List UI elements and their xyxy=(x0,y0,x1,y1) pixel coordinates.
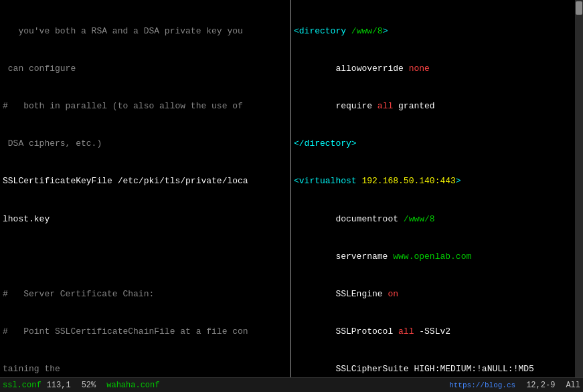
status-filename-right: wahaha.conf xyxy=(106,381,159,390)
line-left-2: can configure xyxy=(0,63,290,76)
rline-3: require all granted xyxy=(291,100,575,113)
line-left-8: # Server Certificate Chain: xyxy=(0,288,290,301)
rline-7: servername www.openlab.com xyxy=(291,251,575,264)
status-right: https://blog.cs 12,2-9 All xyxy=(449,381,580,390)
scrollbar[interactable] xyxy=(575,0,583,377)
left-pane[interactable]: you've both a RSA and a DSA private key … xyxy=(0,0,291,377)
right-code-lines: <directory /www/8> allowoverride none re… xyxy=(291,0,575,377)
rline-4: </directory> xyxy=(291,138,575,151)
right-pane[interactable]: <directory /www/8> allowoverride none re… xyxy=(291,0,575,377)
line-left-1: you've both a RSA and a DSA private key … xyxy=(0,25,290,38)
rline-2: allowoverride none xyxy=(291,63,575,76)
status-left: ssl.conf 113,1 52% wahaha.conf xyxy=(3,381,165,390)
status-all: All xyxy=(566,381,580,390)
line-left-7 xyxy=(0,251,290,264)
rline-1: <directory /www/8> xyxy=(291,25,575,38)
status-position-right: 12,2-9 xyxy=(526,381,555,390)
line-left-3: # both in parallel (to also allow the us… xyxy=(0,100,290,113)
status-position-left: 113,1 xyxy=(47,381,71,390)
status-bar: ssl.conf 113,1 52% wahaha.conf https://b… xyxy=(0,377,583,392)
left-code-lines: you've both a RSA and a DSA private key … xyxy=(0,0,290,377)
rline-10: SSLCipherSuite HIGH:MEDIUM:!aNULL:!MD5 xyxy=(291,363,575,376)
status-url: https://blog.cs xyxy=(449,381,515,389)
line-left-5: SSLCertificateKeyFile /etc/pki/tls/priva… xyxy=(0,175,290,188)
rline-5: <virtualhost 192.168.50.140:443> xyxy=(291,175,575,188)
rline-9: SSLProtocol all -SSLv2 xyxy=(291,326,575,338)
editor-container: you've both a RSA and a DSA private key … xyxy=(0,0,583,392)
line-left-6: lhost.key xyxy=(0,213,290,226)
rline-6: documentroot /www/8 xyxy=(291,213,575,226)
rline-8: SSLEngine on xyxy=(291,288,575,301)
line-left-10: taining the xyxy=(0,363,290,376)
status-filename-left: ssl.conf xyxy=(3,381,41,390)
editor-body: you've both a RSA and a DSA private key … xyxy=(0,0,583,377)
scrollbar-thumb[interactable] xyxy=(576,1,582,15)
line-left-4: DSA ciphers, etc.) xyxy=(0,138,290,151)
line-left-9: # Point SSLCertificateChainFile at a fil… xyxy=(0,326,290,338)
status-percent: 52% xyxy=(82,381,96,390)
